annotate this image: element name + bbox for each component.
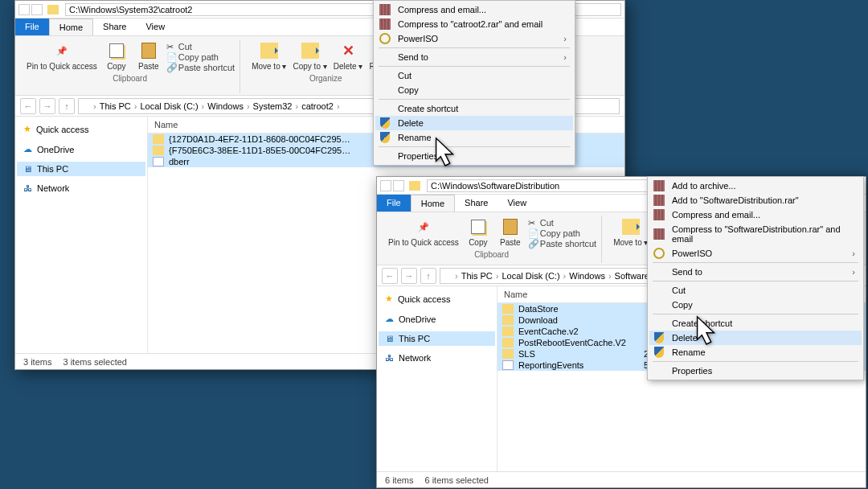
- ctx-create-shortcut[interactable]: Create shortcut: [375, 101, 573, 116]
- back-button[interactable]: ←: [20, 98, 36, 114]
- ctx-poweriso[interactable]: PowerISO›: [375, 31, 573, 46]
- tab-share[interactable]: Share: [455, 195, 497, 212]
- folder-icon: [444, 272, 453, 280]
- nav-network[interactable]: 🖧Network: [17, 181, 145, 195]
- folder-icon: [82, 102, 92, 110]
- ctx-copy[interactable]: Copy: [649, 298, 862, 312]
- ctx-properties[interactable]: Properties: [649, 364, 862, 378]
- ribbon-group-label: Clipboard: [113, 74, 147, 83]
- folder-icon: [502, 327, 514, 336]
- nav-onedrive[interactable]: ☁OneDrive: [17, 142, 145, 157]
- ctx-poweriso[interactable]: PowerISO›: [649, 246, 862, 261]
- tab-home[interactable]: Home: [49, 18, 93, 35]
- chevron-right-icon: ›: [852, 249, 855, 258]
- up-button[interactable]: ↑: [59, 98, 75, 114]
- back-button[interactable]: ←: [382, 268, 398, 284]
- file-icon: [153, 157, 164, 166]
- status-bar: 6 items 6 items selected: [377, 471, 866, 487]
- pin-button[interactable]: 📌Pin to Quick access: [387, 216, 461, 249]
- nav-network[interactable]: 🖧Network: [379, 351, 495, 365]
- copy-button[interactable]: Copy: [464, 216, 493, 249]
- folder-icon: [502, 338, 514, 347]
- nav-pane: ★Quick access ☁OneDrive 🖥This PC 🖧Networ…: [377, 286, 497, 471]
- status-selected: 3 items selected: [63, 357, 126, 367]
- ctx-properties[interactable]: Properties: [375, 149, 573, 163]
- ctx-rename[interactable]: Rename: [649, 345, 862, 360]
- up-button[interactable]: ↑: [420, 268, 436, 284]
- ctx-add-archive[interactable]: Add to archive...: [649, 179, 862, 193]
- folder-icon: [502, 315, 514, 325]
- forward-button[interactable]: →: [39, 98, 55, 114]
- status-selected: 6 items selected: [424, 475, 488, 485]
- tab-view[interactable]: View: [136, 18, 174, 35]
- chevron-right-icon: ›: [563, 52, 567, 62]
- folder-icon: [502, 304, 514, 314]
- pin-button[interactable]: 📌Pin to Quick access: [25, 39, 99, 72]
- move-to-button[interactable]: Move to ▾: [250, 39, 288, 72]
- tab-home[interactable]: Home: [411, 195, 455, 212]
- col-name[interactable]: Name: [497, 286, 649, 302]
- ctx-send-to[interactable]: Send to›: [375, 50, 573, 64]
- paste-button[interactable]: Paste: [496, 216, 525, 249]
- titlebar-btn[interactable]: [31, 4, 43, 15]
- tab-file[interactable]: File: [377, 195, 411, 212]
- titlebar-btn[interactable]: [18, 4, 30, 15]
- shield-icon: [654, 347, 664, 358]
- ctx-add-named[interactable]: Add to "SoftwareDistribution.rar": [649, 193, 862, 208]
- status-count: 6 items: [385, 475, 413, 485]
- cut-button[interactable]: ✂Cut: [528, 218, 596, 228]
- tab-view[interactable]: View: [497, 195, 536, 212]
- copy-button[interactable]: Copy: [102, 39, 131, 72]
- paste-shortcut-button[interactable]: 🔗Paste shortcut: [166, 63, 235, 72]
- ctx-compress-email[interactable]: Compress and email...: [649, 208, 862, 222]
- titlebar-btn[interactable]: [380, 180, 391, 191]
- ctx-delete[interactable]: Delete: [375, 116, 573, 130]
- copy-path-button[interactable]: 📄Copy path: [528, 228, 596, 238]
- file-icon: [502, 360, 514, 370]
- folder-icon: [47, 5, 59, 14]
- shield-icon: [380, 117, 390, 129]
- ctx-compress-email[interactable]: Compress and email...: [375, 2, 573, 17]
- status-count: 3 items: [23, 357, 51, 367]
- copy-to-button[interactable]: Copy to ▾: [292, 39, 329, 72]
- ctx-compress-named[interactable]: Compress to "catroot2.rar" and email: [375, 17, 573, 31]
- ctx-rename[interactable]: Rename: [375, 130, 573, 145]
- context-menu: Add to archive... Add to "SoftwareDistri…: [647, 176, 864, 380]
- context-menu: Compress and email... Compress to "catro…: [373, 0, 575, 166]
- paste-shortcut-button[interactable]: 🔗Paste shortcut: [528, 239, 596, 249]
- nav-quick-access[interactable]: ★Quick access: [17, 121, 145, 137]
- folder-icon: [153, 146, 164, 155]
- cut-button[interactable]: ✂Cut: [166, 42, 235, 51]
- nav-this-pc[interactable]: 🖥This PC: [17, 162, 145, 176]
- ctx-send-to[interactable]: Send to›: [649, 265, 862, 279]
- shield-icon: [654, 332, 664, 343]
- ctx-cut[interactable]: Cut: [649, 283, 862, 298]
- ctx-create-shortcut[interactable]: Create shortcut: [649, 316, 862, 331]
- ctx-copy[interactable]: Copy: [375, 83, 573, 97]
- ctx-delete[interactable]: Delete: [649, 331, 862, 345]
- folder-icon: [502, 349, 514, 359]
- ribbon-group-label: Organize: [309, 74, 342, 83]
- paste-button[interactable]: Paste: [134, 39, 163, 72]
- chevron-right-icon: ›: [852, 267, 855, 277]
- move-to-button[interactable]: Move to ▾: [612, 216, 649, 249]
- ctx-cut[interactable]: Cut: [375, 68, 573, 83]
- chevron-right-icon: ›: [563, 34, 567, 43]
- nav-quick-access[interactable]: ★Quick access: [379, 291, 495, 306]
- tab-file[interactable]: File: [15, 18, 49, 35]
- nav-this-pc[interactable]: 🖥This PC: [379, 331, 495, 346]
- tab-share[interactable]: Share: [93, 18, 136, 35]
- forward-button[interactable]: →: [401, 268, 417, 284]
- delete-button[interactable]: ✕Delete ▾: [332, 39, 365, 72]
- folder-icon: [409, 181, 420, 191]
- nav-onedrive[interactable]: ☁OneDrive: [379, 311, 495, 327]
- copy-path-button[interactable]: 📄Copy path: [166, 52, 235, 62]
- folder-icon: [153, 134, 164, 144]
- shield-icon: [380, 132, 390, 143]
- ribbon-group-label: Clipboard: [474, 250, 509, 259]
- titlebar-btn[interactable]: [393, 180, 404, 191]
- nav-pane: ★Quick access ☁OneDrive 🖥This PC 🖧Networ…: [15, 117, 148, 353]
- ctx-compress-named[interactable]: Compress to "SoftwareDistribution.rar" a…: [649, 222, 862, 246]
